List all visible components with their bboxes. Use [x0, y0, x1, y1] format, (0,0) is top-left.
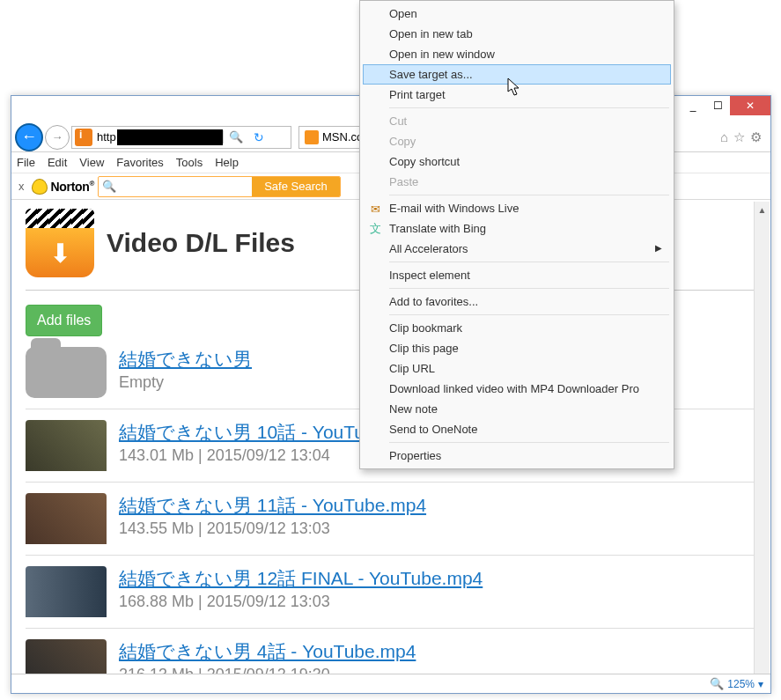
toolbar-close[interactable]: x [15, 180, 28, 193]
zoom-icon[interactable]: 🔍 [710, 677, 724, 690]
norton-logo[interactable]: Norton® [32, 179, 95, 195]
context-menu-item[interactable]: Send to OneNote [363, 419, 671, 439]
menu-item-label: Print target [389, 88, 446, 101]
file-link[interactable]: 結婚できない男 [119, 349, 252, 369]
file-meta: 143.55 Mb | 2015/09/12 13:03 [119, 519, 426, 538]
mail-icon: ✉ [367, 201, 383, 217]
minimize-button[interactable]: _ [681, 96, 705, 115]
context-menu-separator [389, 195, 669, 195]
context-menu-item[interactable]: Clip this page [363, 338, 671, 358]
home-icon[interactable]: ⌂ [720, 129, 728, 145]
context-menu-item[interactable]: Open [363, 4, 671, 24]
context-menu-item[interactable]: Clip bookmark [363, 318, 671, 338]
shield-icon [32, 179, 48, 195]
menu-item-label: Open in new window [389, 48, 495, 61]
menu-item-label: Cut [389, 114, 407, 128]
tab-favicon [305, 130, 319, 144]
back-button[interactable]: ← [15, 123, 43, 151]
trans-icon: 文 [367, 221, 383, 237]
close-button[interactable]: ✕ [730, 96, 770, 115]
zoom-dropdown-icon[interactable]: ▾ [758, 678, 763, 690]
safe-search-box: 🔍 Safe Search [98, 176, 341, 197]
gear-icon[interactable]: ⚙ [750, 129, 762, 145]
file-item: 結婚できない男 11話 - YouTube.mp4143.55 Mb | 201… [26, 483, 756, 556]
menu-item-label: Clip bookmark [389, 321, 462, 335]
favorites-icon[interactable]: ☆ [733, 129, 745, 145]
maximize-button[interactable]: ☐ [705, 96, 730, 115]
file-info: 結婚できない男 4話 - YouTube.mp4216.13 Mb | 2015… [119, 639, 416, 674]
file-info: 結婚できない男Empty [119, 347, 252, 398]
url-redacted [117, 129, 223, 145]
file-thumbnail [26, 566, 107, 617]
file-info: 結婚できない男 12話 FINAL - YouTube.mp4168.88 Mb… [119, 566, 483, 617]
menu-tools[interactable]: Tools [176, 156, 203, 169]
context-menu-item[interactable]: Add to favorites... [363, 291, 671, 312]
context-menu-item[interactable]: Print target [363, 85, 671, 105]
menu-item-label: Download linked video with MP4 Downloade… [389, 382, 639, 395]
file-info: 結婚できない男 11話 - YouTube.mp4143.55 Mb | 201… [119, 493, 426, 544]
menu-item-label: Clip URL [389, 362, 435, 375]
context-menu-item[interactable]: 文Translate with Bing [363, 218, 671, 239]
menu-help[interactable]: Help [215, 156, 239, 169]
file-meta: 216.13 Mb | 2015/09/12 19:30 [119, 666, 416, 674]
menu-item-label: Copy [389, 135, 416, 148]
menu-item-label: All Accelerators [389, 242, 468, 255]
nav-right-icons: ⌂ ☆ ⚙ [720, 129, 767, 145]
context-menu-item[interactable]: Clip URL [363, 358, 671, 379]
menu-item-label: Clip this page [389, 342, 459, 355]
file-thumbnail [26, 639, 107, 674]
context-menu-separator [389, 288, 669, 289]
scroll-up-icon[interactable]: ▲ [755, 202, 770, 217]
menu-file[interactable]: File [17, 156, 35, 169]
safe-search-input[interactable] [120, 177, 252, 196]
add-files-button[interactable]: Add files [26, 305, 102, 336]
context-menu-item[interactable]: Open in new tab [363, 24, 671, 44]
context-menu-item[interactable]: ✉E-mail with Windows Live [363, 198, 671, 218]
context-menu-item[interactable]: Inspect element [363, 265, 671, 285]
menu-edit[interactable]: Edit [48, 156, 67, 169]
menu-favorites[interactable]: Favorites [116, 156, 163, 169]
context-menu-item[interactable]: All Accelerators▶ [363, 239, 671, 259]
page-title: Video D/L Files [107, 228, 295, 258]
file-item: 結婚できない男 12話 FINAL - YouTube.mp4168.88 Mb… [26, 556, 756, 629]
zoom-level: 125% [727, 678, 755, 690]
context-menu-item[interactable]: Copy shortcut [363, 151, 671, 172]
address-bar[interactable]: http: 🔍 ↻ [71, 126, 291, 149]
menu-item-label: E-mail with Windows Live [389, 202, 519, 215]
context-menu-item[interactable]: Open in new window [363, 44, 671, 64]
scrollbar[interactable]: ▲ [754, 202, 770, 674]
url-scheme: http: [95, 130, 119, 144]
context-menu-separator [389, 442, 669, 443]
search-icon: 🔍 [99, 177, 120, 196]
download-app-icon: ⬇ [26, 209, 94, 277]
file-link[interactable]: 結婚できない男 4話 - YouTube.mp4 [119, 641, 416, 661]
context-menu-item[interactable]: Save target as... [363, 64, 671, 85]
context-menu-item[interactable]: Download linked video with MP4 Downloade… [363, 379, 671, 399]
context-menu-item[interactable]: New note [363, 399, 671, 419]
context-menu-separator [389, 262, 669, 262]
menu-item-label: Translate with Bing [389, 222, 486, 235]
norton-label: Norton® [51, 180, 95, 194]
file-meta: 168.88 Mb | 2015/09/12 13:03 [119, 593, 483, 611]
menu-item-label: Add to favorites... [389, 295, 478, 308]
context-menu-separator [389, 314, 669, 315]
file-link[interactable]: 結婚できない男 11話 - YouTube.mp4 [119, 495, 426, 515]
context-menu-item: Cut [363, 111, 671, 131]
forward-button[interactable]: → [45, 125, 70, 150]
chevron-right-icon: ▶ [655, 243, 662, 253]
context-menu-item: Paste [363, 172, 671, 192]
menu-item-label: Copy shortcut [389, 155, 460, 168]
refresh-button[interactable]: ↻ [248, 130, 269, 144]
statusbar: 🔍 125% ▾ [11, 674, 770, 693]
menu-view[interactable]: View [79, 156, 104, 169]
context-menu-item: Copy [363, 131, 671, 151]
search-dropdown[interactable]: 🔍 [223, 130, 248, 144]
site-icon [75, 129, 92, 146]
menu-item-label: New note [389, 402, 438, 416]
context-menu-item[interactable]: Properties [363, 446, 671, 466]
context-menu-separator [389, 107, 669, 108]
file-item: 結婚できない男 4話 - YouTube.mp4216.13 Mb | 2015… [26, 629, 756, 674]
safe-search-button[interactable]: Safe Search [252, 177, 340, 196]
file-link[interactable]: 結婚できない男 12話 FINAL - YouTube.mp4 [119, 568, 483, 588]
file-thumbnail [26, 493, 107, 544]
